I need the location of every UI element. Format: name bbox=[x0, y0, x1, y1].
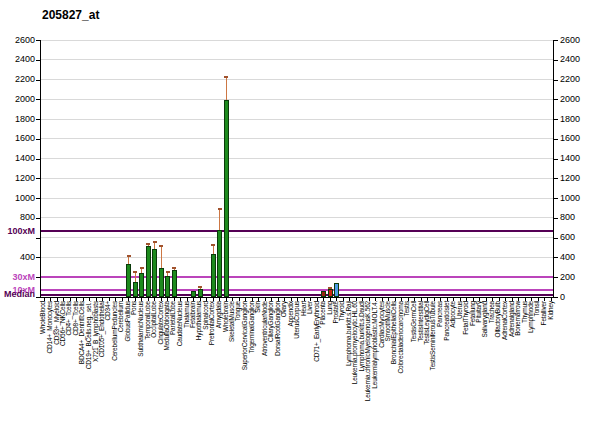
y-tick-left bbox=[36, 218, 40, 219]
error-whisker-cap bbox=[146, 243, 150, 245]
y-axis-label-right: 1000 bbox=[560, 194, 580, 203]
chart-title: 205827_at bbox=[42, 8, 99, 22]
y-tick-right bbox=[554, 40, 558, 41]
bar bbox=[198, 289, 203, 297]
error-whisker-cap bbox=[211, 244, 215, 246]
error-whisker-cap bbox=[166, 271, 170, 273]
bar bbox=[126, 264, 131, 297]
error-whisker bbox=[161, 246, 162, 268]
y-axis-label-right: 2000 bbox=[560, 95, 580, 104]
error-whisker bbox=[135, 272, 136, 282]
bar bbox=[217, 230, 222, 297]
y-axis-label-left: 2200 bbox=[15, 75, 35, 84]
bar bbox=[224, 100, 229, 297]
error-whisker-cap bbox=[140, 267, 144, 269]
error-whisker-cap bbox=[153, 241, 157, 243]
marker-line-median bbox=[40, 294, 553, 296]
y-axis-label-right: 200 bbox=[560, 273, 575, 282]
y-axis-label-left: 2000 bbox=[15, 95, 35, 104]
gridline bbox=[40, 198, 553, 199]
error-whisker-cap bbox=[172, 267, 176, 269]
bar bbox=[152, 249, 157, 297]
marker-label-median: Median bbox=[4, 290, 35, 299]
y-tick-left bbox=[36, 277, 40, 278]
y-tick-left bbox=[36, 99, 40, 100]
y-tick-right bbox=[554, 277, 558, 278]
bar bbox=[159, 268, 164, 297]
y-axis-label-left: 400 bbox=[20, 253, 35, 262]
y-tick-left bbox=[36, 238, 40, 239]
error-whisker bbox=[128, 256, 129, 264]
x-axis-label: Kidney bbox=[548, 301, 555, 320]
y-axis-label-left: 1800 bbox=[15, 115, 35, 124]
y-axis-label-right: 800 bbox=[560, 213, 575, 222]
bar bbox=[139, 273, 144, 297]
y-axis-label-left: 800 bbox=[20, 213, 35, 222]
y-axis-label-right: 0 bbox=[560, 293, 565, 302]
bar bbox=[328, 289, 333, 297]
error-whisker-cap bbox=[133, 271, 137, 273]
error-whisker-cap bbox=[218, 208, 222, 210]
gridline bbox=[40, 138, 553, 139]
y-tick-right bbox=[554, 198, 558, 199]
y-tick-left bbox=[36, 40, 40, 41]
y-tick-right bbox=[554, 60, 558, 61]
gridline bbox=[40, 237, 553, 238]
y-axis-left bbox=[40, 40, 41, 297]
expression-profile-chart: 205827_at 020040040060080080010001000120… bbox=[0, 0, 600, 434]
gridline bbox=[40, 178, 553, 179]
y-axis-label-left: 1200 bbox=[15, 174, 35, 183]
gridline bbox=[40, 40, 553, 41]
error-whisker bbox=[154, 242, 155, 249]
y-axis-label-left: 2400 bbox=[15, 55, 35, 64]
y-axis-label-right: 1400 bbox=[560, 154, 580, 163]
error-whisker-cap bbox=[127, 255, 131, 257]
y-tick-left bbox=[36, 119, 40, 120]
marker-label-100xm: 100xM bbox=[7, 227, 35, 236]
error-whisker-cap bbox=[224, 76, 228, 78]
y-tick-left bbox=[36, 139, 40, 140]
y-tick-left bbox=[36, 198, 40, 199]
marker-label-30xm: 30xM bbox=[12, 273, 35, 282]
y-tick-right bbox=[554, 80, 558, 81]
y-axis-label-right: 600 bbox=[560, 233, 575, 242]
gridline bbox=[40, 158, 553, 159]
y-axis-label-left: 2600 bbox=[15, 36, 35, 45]
bar bbox=[133, 282, 138, 297]
gridline bbox=[40, 119, 553, 120]
y-tick-right bbox=[554, 178, 558, 179]
y-tick-left bbox=[36, 159, 40, 160]
y-axis-label-left: 1600 bbox=[15, 134, 35, 143]
bar bbox=[321, 291, 326, 297]
y-tick-left bbox=[36, 297, 40, 298]
y-tick-left bbox=[36, 257, 40, 258]
bar bbox=[191, 291, 196, 297]
y-tick-right bbox=[554, 238, 558, 239]
y-axis-label-right: 2600 bbox=[560, 36, 580, 45]
error-whisker bbox=[213, 245, 214, 254]
gridline bbox=[40, 257, 553, 258]
y-axis-label-right: 1800 bbox=[560, 115, 580, 124]
y-tick-right bbox=[554, 218, 558, 219]
gridline bbox=[40, 99, 553, 100]
y-tick-right bbox=[554, 257, 558, 258]
y-axis-label-right: 1600 bbox=[560, 134, 580, 143]
bar bbox=[165, 276, 170, 297]
bar bbox=[146, 246, 151, 297]
error-whisker-cap bbox=[159, 245, 163, 247]
error-whisker bbox=[226, 77, 227, 101]
y-tick-left bbox=[36, 178, 40, 179]
gridline bbox=[40, 79, 553, 80]
error-whisker-cap bbox=[328, 287, 332, 289]
marker-line-100xm bbox=[40, 230, 553, 232]
y-axis-label-right: 1200 bbox=[560, 174, 580, 183]
y-tick-right bbox=[554, 139, 558, 140]
bar bbox=[334, 283, 339, 297]
y-tick-right bbox=[554, 159, 558, 160]
y-axis-label-right: 400 bbox=[560, 253, 575, 262]
bar bbox=[172, 270, 177, 297]
y-tick-left bbox=[36, 60, 40, 61]
marker-line-30xm bbox=[40, 276, 553, 278]
y-axis-label-left: 1400 bbox=[15, 154, 35, 163]
gridline bbox=[40, 217, 553, 218]
